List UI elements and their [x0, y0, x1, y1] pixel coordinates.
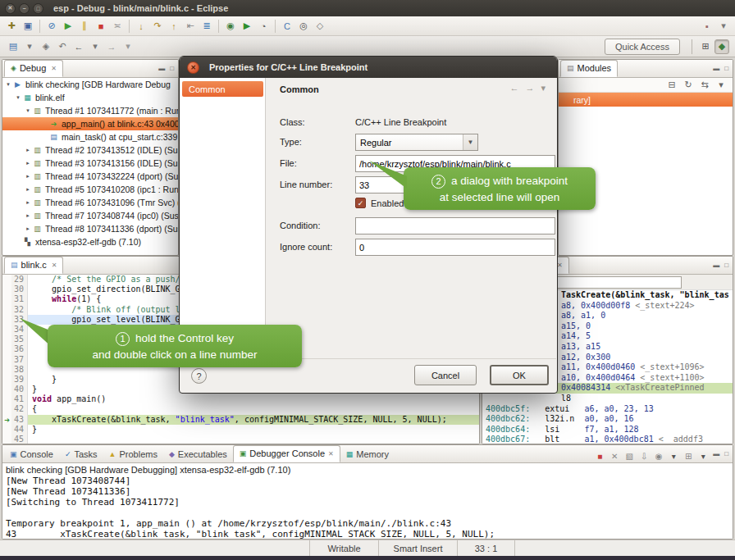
- line-number[interactable]: 40: [11, 385, 28, 394]
- line-number[interactable]: 32: [11, 305, 28, 315]
- display-console-icon[interactable]: ▾: [667, 449, 680, 462]
- resume-icon[interactable]: ▶: [61, 19, 75, 34]
- line-number[interactable]: 39: [11, 375, 28, 385]
- expander-icon[interactable]: ▾: [24, 107, 32, 114]
- breakpoint-ruler-cell[interactable]: [2, 294, 11, 304]
- tree-item[interactable]: ▸ ▥ Thread #5 1073410208 (ipc1 : Runni: [2, 183, 178, 196]
- console-body[interactable]: blink checking [GDB Hardware Debugging] …: [2, 463, 733, 539]
- separator[interactable]: [39, 20, 40, 33]
- minimize-icon[interactable]: ▬: [710, 262, 722, 269]
- maximize-icon[interactable]: □: [722, 262, 731, 269]
- forward-icon[interactable]: →: [104, 39, 119, 54]
- breakpoint-ruler-cell[interactable]: [2, 355, 11, 365]
- line-number[interactable]: 36: [11, 344, 28, 354]
- debug-perspective-icon[interactable]: ◆: [714, 39, 729, 54]
- new-file-icon[interactable]: ▤: [6, 39, 21, 54]
- breakpoint-ruler-cell[interactable]: [2, 305, 11, 315]
- clear-console-icon[interactable]: ▧: [623, 449, 636, 462]
- back-dropdown-icon[interactable]: ▾: [88, 39, 103, 54]
- window-close-icon[interactable]: ✕: [5, 3, 16, 14]
- open-type-icon[interactable]: ◇: [313, 19, 327, 34]
- drop-to-frame-icon[interactable]: ⇤: [183, 19, 198, 34]
- breakpoint-ruler-cell[interactable]: [2, 415, 11, 425]
- expander-icon[interactable]: ▸: [24, 225, 32, 232]
- line-number[interactable]: 29: [11, 275, 28, 285]
- breakpoint-ruler-cell[interactable]: [2, 275, 11, 285]
- breakpoint-ruler-cell[interactable]: [2, 315, 11, 325]
- code-line[interactable]: [28, 435, 479, 444]
- forward-icon[interactable]: →: [525, 83, 534, 93]
- expander-icon[interactable]: ▸: [24, 173, 32, 180]
- quick-access-button[interactable]: Quick Access: [605, 39, 680, 55]
- breakpoint-ruler-cell[interactable]: [2, 404, 11, 414]
- breakpoint-ruler-cell[interactable]: [2, 365, 11, 375]
- dialog-close-icon[interactable]: ✕: [187, 61, 199, 74]
- instruction-stepping-icon[interactable]: ≣: [199, 19, 214, 34]
- close-icon[interactable]: ✕: [328, 450, 334, 458]
- expander-icon[interactable]: ▸: [24, 199, 32, 206]
- minimize-icon[interactable]: ▬: [710, 450, 722, 458]
- line-number[interactable]: 45: [11, 435, 28, 444]
- line-number[interactable]: 31: [11, 294, 28, 304]
- breakpoint-ruler-cell[interactable]: [2, 344, 11, 354]
- close-icon[interactable]: ✕: [51, 65, 57, 72]
- remove-launch-icon[interactable]: ✕: [608, 449, 621, 462]
- scroll-lock-icon[interactable]: ⇩: [637, 449, 651, 462]
- ignore-count-input[interactable]: [355, 239, 555, 256]
- type-dropdown[interactable]: Regular ▼: [355, 134, 478, 151]
- tab-tasks[interactable]: ✓ Tasks: [59, 447, 103, 462]
- cancel-button[interactable]: Cancel: [414, 365, 477, 385]
- code-line[interactable]: }: [28, 425, 479, 435]
- expander-icon[interactable]: ▾: [4, 81, 12, 88]
- tab-memory[interactable]: ▦ Memory: [340, 447, 395, 462]
- debug-icon[interactable]: ◉: [223, 19, 238, 34]
- tab-modules[interactable]: ▤ Modules: [560, 60, 618, 77]
- minimize-icon[interactable]: ▬: [710, 65, 722, 72]
- tree-item[interactable]: ▾ ▥ Thread #1 1073411772 (main : Runn: [2, 104, 178, 117]
- forward-dropdown-icon[interactable]: ▾: [121, 39, 135, 54]
- breakpoint-ruler-cell[interactable]: [2, 375, 11, 385]
- line-number[interactable]: 43: [11, 415, 28, 425]
- sidebar-item-common[interactable]: Common: [182, 81, 263, 97]
- suspend-icon[interactable]: ∥: [77, 19, 92, 34]
- code-line[interactable]: {: [28, 404, 479, 414]
- code-line[interactable]: xTaskCreate(&blink_task, "blink_task", c…: [28, 415, 479, 425]
- expander-icon[interactable]: ▸: [24, 147, 32, 153]
- breakpoint-ruler-cell[interactable]: [2, 285, 11, 294]
- enabled-checkbox[interactable]: ✓: [355, 198, 366, 208]
- new-wizard-icon[interactable]: ✚: [4, 19, 19, 34]
- tab-problems[interactable]: ▲ Problems: [103, 447, 163, 462]
- breakpoint-ruler-cell[interactable]: [2, 425, 11, 435]
- tree-item[interactable]: ▸ ▥ Thread #7 1073408744 (ipc0) (Susp: [2, 209, 178, 222]
- code-line[interactable]: void app_main(): [28, 394, 479, 404]
- annotation-nav-icon[interactable]: ▾: [716, 19, 731, 34]
- save-icon[interactable]: ▣: [21, 19, 35, 34]
- view-menu-icon[interactable]: ▾: [714, 78, 728, 93]
- minimize-icon[interactable]: ▬: [156, 65, 167, 72]
- breakpoint-ruler-cell[interactable]: [2, 335, 11, 344]
- back-icon[interactable]: ←: [71, 39, 86, 54]
- line-number[interactable]: 35: [11, 335, 28, 344]
- tab-debug[interactable]: ◈ Debug ✕: [4, 60, 63, 77]
- separator[interactable]: [129, 20, 130, 33]
- tree-item[interactable]: ▸ ▥ Thread #6 1073431096 (Tmr Svc) (S: [2, 196, 178, 209]
- tab-debugger-console[interactable]: ▣ Debugger Console ✕: [233, 445, 340, 462]
- skip-all-breakpoints-icon[interactable]: ⊘: [44, 19, 59, 34]
- disconnect-icon[interactable]: ≍: [110, 19, 125, 34]
- ok-button[interactable]: OK: [490, 365, 549, 385]
- pin-console-icon[interactable]: ◉: [652, 449, 665, 462]
- collapse-all-icon[interactable]: ⊟: [664, 78, 679, 93]
- expander-icon[interactable]: ▾: [14, 94, 22, 101]
- line-number[interactable]: 44: [11, 425, 28, 435]
- open-element-icon[interactable]: ◈: [39, 39, 53, 54]
- condition-input[interactable]: [355, 217, 555, 234]
- maximize-icon[interactable]: □: [722, 450, 731, 458]
- view-menu-icon[interactable]: ▾: [541, 83, 546, 93]
- search-icon[interactable]: ◎: [296, 19, 311, 34]
- breakpoint-ruler-cell[interactable]: [2, 435, 11, 444]
- last-edit-location-icon[interactable]: ↶: [55, 39, 70, 54]
- terminate-icon[interactable]: ■: [94, 19, 108, 34]
- tab-executables[interactable]: ◆ Executables: [163, 447, 233, 462]
- tree-item[interactable]: ▾ ▦ blink.elf: [2, 91, 178, 104]
- tree-item[interactable]: ▚ xtensa-esp32-elf-gdb (7.10): [2, 235, 178, 248]
